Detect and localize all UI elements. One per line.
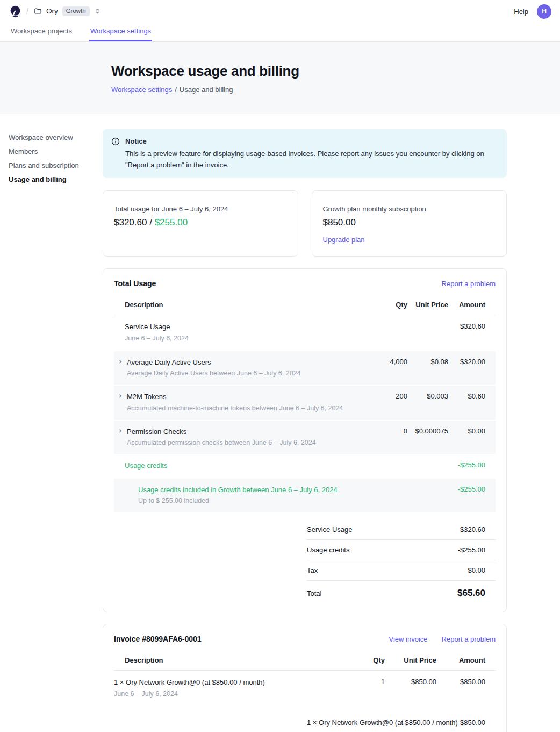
ory-logo-icon [10,5,21,18]
notice-title: Notice [125,136,498,147]
row-subtitle: Average Daily Active Users between June … [127,369,301,378]
row-qty: 1 [342,671,385,706]
col-description: Description [114,651,342,671]
report-problem-link[interactable]: Report a problem [442,280,496,288]
subscription-label: Growth plan monthly subscription [323,205,496,213]
total-value: $65.60 [457,588,485,599]
summary-label: 1 × Ory Network Growth@0 (at $850.00 / m… [307,719,458,727]
total-usage-value: $320.60 / $255.00 [114,217,287,228]
usage-panel-title: Total Usage [114,279,156,288]
avatar-initial: H [542,8,547,15]
row-title: Service Usage [125,322,359,332]
total-usage-card: Total usage for June 6 – July 6, 2024 $3… [103,190,298,257]
upgrade-plan-link[interactable]: Upgrade plan [323,236,365,244]
breadcrumb: Workspace settings / Usage and billing [111,86,516,94]
invoice-panel: Invoice #8099AFA6-0001 View invoice Repo… [103,624,507,732]
chevron-up-down-icon [94,8,101,15]
usage-table-header: Description Qty Unit Price Amount [114,295,496,315]
breadcrumb-sep: / [175,86,177,94]
row-amount: $320.60 [448,315,496,351]
tab-workspace-settings[interactable]: Workspace settings [89,23,152,41]
tab-workspace-projects[interactable]: Workspace projects [10,23,73,41]
col-unit-price: Unit Price [407,295,448,315]
summary-row-service-usage: Service Usage $320.60 [307,520,496,540]
row-qty: 200 [359,385,407,420]
row-amount: $320.00 [448,351,496,385]
subscription-card: Growth plan monthly subscription $850.00… [312,190,507,257]
workspace-switcher[interactable]: Ory Growth [34,6,101,17]
usage-summary: Service Usage $320.60 Usage credits -$25… [307,520,496,600]
usage-separator: / [149,217,152,228]
sidebar-item-members[interactable]: Members [9,144,103,158]
summary-label: Tax [307,566,318,574]
breadcrumb-link-workspace-settings[interactable]: Workspace settings [111,86,172,94]
table-row-permission-checks[interactable]: › Permission Checks Accumulated permissi… [114,420,496,454]
col-qty: Qty [359,295,407,315]
chevron-right-icon[interactable]: › [119,358,122,366]
row-unit-price: $850.00 [385,671,436,706]
row-title: 1 × Ory Network Growth@0 (at $850.00 / m… [114,678,342,687]
total-usage-label: Total usage for June 6 – July 6, 2024 [114,205,287,213]
row-amount: -$255.00 [448,454,496,478]
col-amount: Amount [448,295,496,315]
view-invoice-link[interactable]: View invoice [389,635,428,643]
avatar[interactable]: H [537,4,551,19]
invoice-summary: 1 × Ory Network Growth@0 (at $850.00 / m… [307,713,496,732]
row-subtitle: June 6 – July 6, 2024 [114,690,342,699]
invoice-panel-title: Invoice #8099AFA6-0001 [114,635,202,643]
chevron-right-icon[interactable]: › [119,392,122,400]
col-description: Description [114,295,359,315]
row-unit-price: $0.08 [407,351,448,385]
usage-amount: $320.60 [114,217,147,228]
table-row-daily-active-users[interactable]: › Average Daily Active Users Average Dai… [114,351,496,385]
usage-credit-amount: $255.00 [155,217,188,228]
top-bar: / Ory Growth Help H [0,0,560,23]
summary-value: -$255.00 [458,546,485,554]
invoice-table: Description Qty Unit Price Amount 1 × Or… [114,651,496,705]
col-unit-price: Unit Price [385,651,436,671]
summary-total-row: Total $65.60 [307,581,496,600]
row-subtitle: June 6 – July 6, 2024 [125,334,359,343]
summary-value: $0.00 [468,566,485,574]
subscription-amount: $850.00 [323,217,496,228]
usage-table: Description Qty Unit Price Amount Servic… [114,295,496,512]
row-title: Usage credits included in Growth between… [138,485,359,495]
row-amount: $0.60 [448,385,496,420]
summary-label: Usage credits [307,546,349,554]
workspace-name: Ory [46,7,58,15]
help-link[interactable]: Help [514,8,528,16]
table-row-m2m-tokens[interactable]: › M2M Tokens Accumulated machine-to-mach… [114,385,496,420]
ory-logo[interactable] [10,5,21,18]
summary-value: $320.60 [460,525,485,534]
settings-sidebar: Workspace overview Members Plans and sub… [0,129,103,186]
table-row-usage-credits-detail: Usage credits included in Growth between… [114,478,496,512]
table-row-service-usage: Service Usage June 6 – July 6, 2024 $320… [114,315,496,351]
row-subtitle: Accumulated machine-to-machine tokens be… [127,404,343,413]
row-qty: 4,000 [359,351,407,385]
col-amount: Amount [436,651,496,671]
col-qty: Qty [342,651,385,671]
row-amount: $850.00 [436,671,496,706]
sidebar-item-plans-and-subscription[interactable]: Plans and subscription [9,158,103,172]
page-title: Workspace usage and billing [111,63,516,80]
total-usage-panel: Total Usage Report a problem Description… [103,268,507,612]
breadcrumb-separator: / [26,7,28,16]
row-amount: $0.00 [448,420,496,454]
main-content: Notice This is a preview feature for dis… [103,129,507,732]
sidebar-item-usage-and-billing[interactable]: Usage and billing [9,172,103,186]
breadcrumb-current: Usage and billing [180,86,233,94]
report-problem-link[interactable]: Report a problem [442,635,496,643]
chevron-right-icon[interactable]: › [119,427,122,435]
row-qty: 0 [359,420,407,454]
plan-badge: Growth [62,6,90,17]
summary-row-tax: Tax $0.00 [307,560,496,581]
row-unit-price: $0.003 [407,385,448,420]
row-subtitle: Up to $ 255.00 included [138,496,359,506]
sidebar-item-workspace-overview[interactable]: Workspace overview [9,130,103,144]
row-title: Permission Checks [127,427,316,437]
row-title: Usage credits [125,461,359,471]
workspace-tabs: Workspace projects Workspace settings [0,23,560,42]
summary-row-usage-credits: Usage credits -$255.00 [307,540,496,560]
row-title: Average Daily Active Users [127,358,301,367]
info-icon [111,137,120,170]
